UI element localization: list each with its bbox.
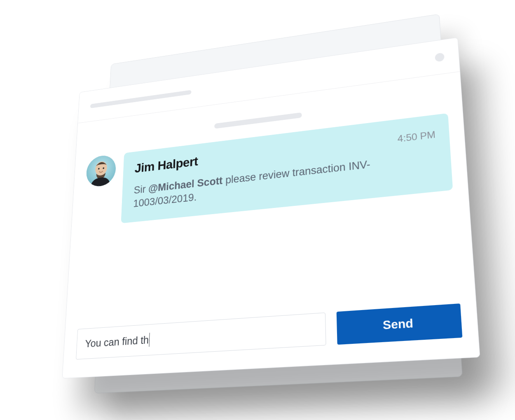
title-placeholder: [90, 90, 192, 108]
text-caret-icon: [149, 333, 150, 347]
message-input-value: You can find th: [85, 334, 149, 350]
subtitle-placeholder: [214, 112, 302, 129]
chat-window: Jim Halpert 4:50 PM Sir @Michael Scott p…: [62, 37, 480, 378]
message-text-prefix: Sir: [133, 183, 148, 196]
mention[interactable]: @Michael Scott: [148, 175, 223, 194]
send-button[interactable]: Send: [337, 303, 463, 345]
